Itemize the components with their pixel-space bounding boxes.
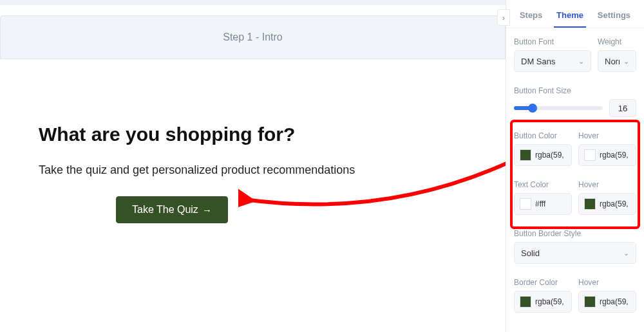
border-color-input[interactable]: rgba(59,: [514, 291, 572, 313]
weight-label: Weight: [598, 37, 636, 46]
text-color-hover-input[interactable]: rgba(59,: [578, 193, 636, 215]
font-size-value[interactable]: 16: [609, 99, 636, 117]
button-font-value: DM Sans: [521, 57, 555, 66]
text-color-hover-value: rgba(59,: [600, 199, 629, 208]
color-swatch-icon: [584, 198, 596, 210]
take-quiz-button[interactable]: Take The Quiz →: [116, 196, 228, 223]
font-size-label: Button Font Size: [514, 86, 636, 95]
border-color-value: rgba(59,: [535, 297, 564, 306]
color-swatch-icon: [584, 296, 596, 308]
button-color-input[interactable]: rgba(59,: [514, 144, 572, 166]
quiz-preview-canvas: Step 1 - Intro What are you shopping for…: [0, 0, 506, 332]
border-color-hover-label: Hover: [578, 278, 636, 287]
button-font-label: Button Font: [514, 37, 591, 46]
tab-steps[interactable]: Steps: [517, 8, 545, 28]
step-title-bar: Step 1 - Intro: [0, 15, 506, 59]
chevron-down-icon: ⌄: [578, 57, 584, 66]
color-swatch-icon: [520, 296, 531, 308]
chevron-down-icon: ⌄: [623, 57, 629, 66]
text-color-hover-label: Hover: [578, 180, 636, 189]
arrow-right-icon: →: [202, 205, 212, 216]
button-color-value: rgba(59,: [535, 151, 564, 160]
font-size-slider[interactable]: [514, 106, 603, 110]
text-color-value: #fff: [535, 199, 545, 208]
button-color-label: Button Color: [514, 131, 572, 140]
chevron-down-icon: ⌄: [623, 249, 629, 257]
button-font-select[interactable]: DM Sans ⌄: [514, 50, 591, 72]
collapse-sidebar-button[interactable]: ›: [497, 9, 510, 26]
preview-heading: What are you shopping for?: [39, 124, 467, 145]
weight-select[interactable]: Normal ⌄: [598, 50, 636, 72]
theme-sidebar: › Steps Theme Settings Button Font DM Sa…: [506, 0, 644, 332]
step-label: Step 1 - Intro: [223, 32, 283, 43]
border-color-hover-value: rgba(59,: [600, 297, 629, 306]
text-color-label: Text Color: [514, 180, 572, 189]
color-swatch-icon: [520, 149, 531, 161]
text-color-input[interactable]: #fff: [514, 193, 572, 215]
border-style-label: Button Border Style: [514, 229, 636, 238]
border-color-label: Border Color: [514, 278, 572, 287]
button-color-hover-label: Hover: [578, 131, 636, 140]
color-swatch-icon: [584, 149, 596, 161]
border-style-select[interactable]: Solid ⌄: [514, 242, 636, 264]
theme-panel: Button Font DM Sans ⌄ Weight Normal ⌄ Bu…: [506, 28, 644, 313]
border-style-value: Solid: [521, 248, 540, 258]
tab-theme[interactable]: Theme: [554, 8, 586, 28]
tab-settings[interactable]: Settings: [595, 8, 633, 28]
button-color-hover-input[interactable]: rgba(59,: [578, 144, 636, 166]
cta-label: Take The Quiz: [132, 204, 198, 216]
border-color-hover-input[interactable]: rgba(59,: [578, 291, 636, 313]
color-swatch-icon: [520, 198, 531, 210]
weight-value: Normal: [605, 57, 620, 66]
preview-area: What are you shopping for? Take the quiz…: [0, 59, 506, 332]
button-color-hover-value: rgba(59,: [600, 151, 629, 160]
preview-subtext: Take the quiz and get personalized produ…: [39, 163, 467, 177]
chevron-right-icon: ›: [502, 13, 505, 23]
sidebar-tabs: Steps Theme Settings: [506, 0, 644, 28]
